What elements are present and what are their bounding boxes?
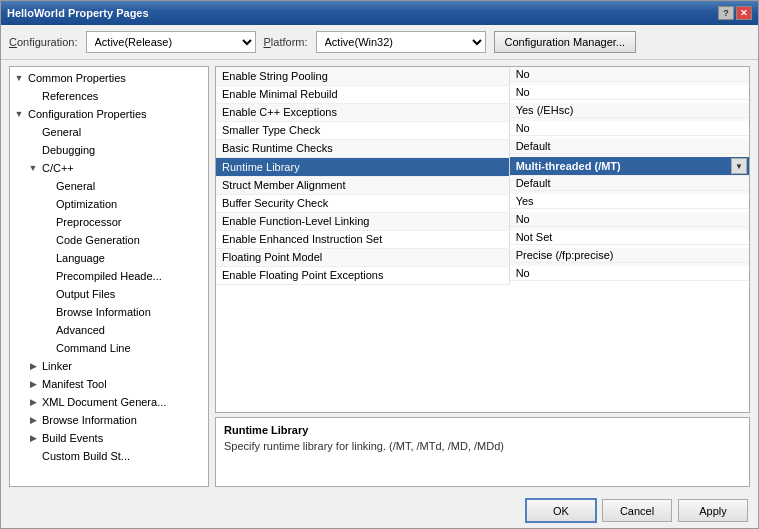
tree-container: ▼Common PropertiesReferences▼Configurati…	[10, 69, 208, 465]
cancel-button[interactable]: Cancel	[602, 499, 672, 522]
prop-value-basic-runtime: Default	[510, 139, 749, 154]
prop-name-minimal-rebuild: Enable Minimal Rebuild	[216, 85, 509, 103]
prop-value-text-cpp-exceptions: Yes (/EHsc)	[516, 104, 574, 116]
apply-button[interactable]: Apply	[678, 499, 748, 522]
platform-label: Platform:	[264, 36, 308, 48]
tree-label-build-events: Build Events	[40, 432, 103, 444]
prop-value-string-pooling: No	[510, 67, 749, 82]
tree-label-linker: Linker	[40, 360, 72, 372]
tree-item-custom-build[interactable]: Custom Build St...	[10, 447, 208, 465]
tree-expander-xml-doc[interactable]: ▶	[26, 395, 40, 409]
tree-item-linker[interactable]: ▶Linker	[10, 357, 208, 375]
prop-row-buffer-check[interactable]: Buffer Security CheckYes	[216, 194, 749, 212]
prop-value-text-func-linking: No	[516, 213, 530, 225]
help-button[interactable]: ?	[718, 6, 734, 20]
title-bar: HelloWorld Property Pages ? ✕	[1, 1, 758, 25]
prop-name-string-pooling: Enable String Pooling	[216, 67, 509, 85]
prop-value-text-smaller-type: No	[516, 122, 530, 134]
prop-value-text-float-exceptions: No	[516, 267, 530, 279]
tree-item-language[interactable]: Language	[10, 249, 208, 267]
prop-value-text-buffer-check: Yes	[516, 195, 534, 207]
tree-item-general[interactable]: General	[10, 123, 208, 141]
tree-label-cmd-line: Command Line	[54, 342, 131, 354]
prop-row-smaller-type[interactable]: Smaller Type CheckNo	[216, 121, 749, 139]
title-bar-controls: ? ✕	[718, 6, 752, 20]
props-panel: Enable String PoolingNoEnable Minimal Re…	[215, 66, 750, 487]
description-title: Runtime Library	[224, 424, 741, 436]
prop-row-float-exceptions[interactable]: Enable Floating Point ExceptionsNo	[216, 266, 749, 284]
prop-row-string-pooling[interactable]: Enable String PoolingNo	[216, 67, 749, 85]
config-manager-button[interactable]: Configuration Manager...	[494, 31, 636, 53]
tree-expander-config-props[interactable]: ▼	[12, 107, 26, 121]
tree-item-xml-doc[interactable]: ▶XML Document Genera...	[10, 393, 208, 411]
tree-expander-linker[interactable]: ▶	[26, 359, 40, 373]
prop-row-minimal-rebuild[interactable]: Enable Minimal RebuildNo	[216, 85, 749, 103]
tree-label-debugging: Debugging	[40, 144, 95, 156]
prop-row-func-linking[interactable]: Enable Function-Level LinkingNo	[216, 212, 749, 230]
tree-item-common-props[interactable]: ▼Common Properties	[10, 69, 208, 87]
tree-label-cpp: C/C++	[40, 162, 74, 174]
toolbar: Configuration: Active(Release) Platform:…	[1, 25, 758, 60]
tree-item-references[interactable]: References	[10, 87, 208, 105]
prop-value-float-model: Precise (/fp:precise)	[510, 248, 749, 263]
tree-label-general: General	[40, 126, 81, 138]
tree-item-config-props[interactable]: ▼Configuration Properties	[10, 105, 208, 123]
prop-value-text-struct-align: Default	[516, 177, 551, 189]
tree-expander-cpp[interactable]: ▼	[26, 161, 40, 175]
close-button[interactable]: ✕	[736, 6, 752, 20]
tree-panel[interactable]: ▼Common PropertiesReferences▼Configurati…	[9, 66, 209, 487]
prop-name-float-model: Floating Point Model	[216, 248, 509, 266]
ok-button[interactable]: OK	[526, 499, 596, 522]
configuration-select[interactable]: Active(Release)	[86, 31, 256, 53]
tree-item-browse-info[interactable]: Browse Information	[10, 303, 208, 321]
tree-item-cpp[interactable]: ▼C/C++	[10, 159, 208, 177]
tree-item-manifest[interactable]: ▶Manifest Tool	[10, 375, 208, 393]
tree-item-cmd-line[interactable]: Command Line	[10, 339, 208, 357]
main-area: ▼Common PropertiesReferences▼Configurati…	[1, 60, 758, 493]
tree-label-browse-info2: Browse Information	[40, 414, 137, 426]
tree-label-xml-doc: XML Document Genera...	[40, 396, 166, 408]
tree-item-code-gen[interactable]: Code Generation	[10, 231, 208, 249]
tree-item-advanced[interactable]: Advanced	[10, 321, 208, 339]
tree-label-browse-info: Browse Information	[54, 306, 151, 318]
tree-label-config-props: Configuration Properties	[26, 108, 147, 120]
tree-expander-browse-info2[interactable]: ▶	[26, 413, 40, 427]
prop-value-cpp-exceptions: Yes (/EHsc)	[510, 103, 749, 118]
properties-table-container[interactable]: Enable String PoolingNoEnable Minimal Re…	[215, 66, 750, 413]
prop-row-runtime-lib[interactable]: Runtime LibraryMulti-threaded (/MT)▼	[216, 157, 749, 176]
tree-label-precompiled: Precompiled Heade...	[54, 270, 162, 282]
description-panel: Runtime Library Specify runtime library …	[215, 417, 750, 487]
prop-row-struct-align[interactable]: Struct Member AlignmentDefault	[216, 176, 749, 194]
prop-dropdown-runtime-lib[interactable]: ▼	[731, 158, 747, 174]
tree-label-references: References	[40, 90, 98, 102]
prop-name-struct-align: Struct Member Alignment	[216, 176, 509, 194]
tree-expander-manifest[interactable]: ▶	[26, 377, 40, 391]
prop-row-float-model[interactable]: Floating Point ModelPrecise (/fp:precise…	[216, 248, 749, 266]
prop-name-float-exceptions: Enable Floating Point Exceptions	[216, 266, 509, 284]
tree-item-preprocessor[interactable]: Preprocessor	[10, 213, 208, 231]
tree-item-browse-info2[interactable]: ▶Browse Information	[10, 411, 208, 429]
platform-select[interactable]: Active(Win32)	[316, 31, 486, 53]
tree-item-precompiled[interactable]: Precompiled Heade...	[10, 267, 208, 285]
tree-expander-build-events[interactable]: ▶	[26, 431, 40, 445]
prop-value-smaller-type: No	[510, 121, 749, 136]
tree-expander-common-props[interactable]: ▼	[12, 71, 26, 85]
prop-name-cpp-exceptions: Enable C++ Exceptions	[216, 103, 509, 121]
prop-value-runtime-lib: Multi-threaded (/MT)▼	[510, 157, 749, 176]
prop-value-text-basic-runtime: Default	[516, 140, 551, 152]
tree-item-cpp-general[interactable]: General	[10, 177, 208, 195]
prop-value-text-float-model: Precise (/fp:precise)	[516, 249, 614, 261]
properties-body: Enable String PoolingNoEnable Minimal Re…	[216, 67, 749, 284]
prop-value-text-enhanced-instr: Not Set	[516, 231, 553, 243]
tree-item-debugging[interactable]: Debugging	[10, 141, 208, 159]
tree-label-common-props: Common Properties	[26, 72, 126, 84]
prop-row-cpp-exceptions[interactable]: Enable C++ ExceptionsYes (/EHsc)	[216, 103, 749, 121]
tree-item-optimization[interactable]: Optimization	[10, 195, 208, 213]
prop-row-enhanced-instr[interactable]: Enable Enhanced Instruction SetNot Set	[216, 230, 749, 248]
tree-item-build-events[interactable]: ▶Build Events	[10, 429, 208, 447]
tree-item-output-files[interactable]: Output Files	[10, 285, 208, 303]
prop-value-text-runtime-lib: Multi-threaded (/MT)	[516, 160, 621, 172]
prop-row-basic-runtime[interactable]: Basic Runtime ChecksDefault	[216, 139, 749, 157]
tree-label-output-files: Output Files	[54, 288, 115, 300]
properties-table: Enable String PoolingNoEnable Minimal Re…	[216, 67, 749, 285]
